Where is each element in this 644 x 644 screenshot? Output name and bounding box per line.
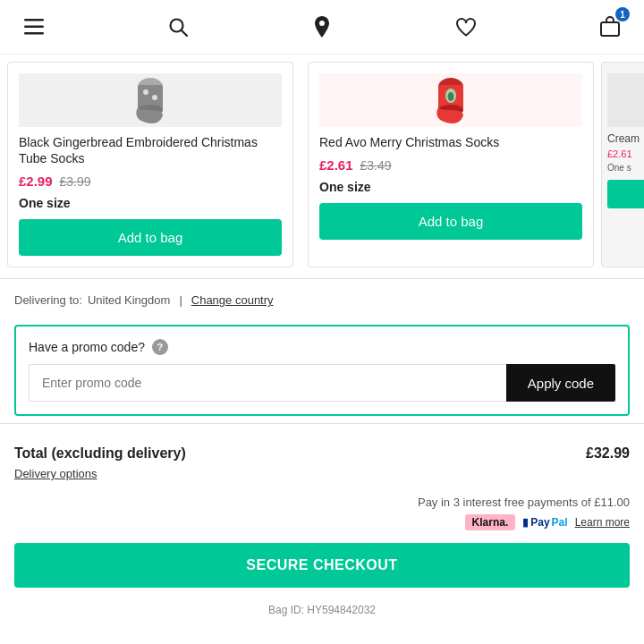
promo-input-row: Apply code (29, 364, 615, 402)
checkout-section: SECURE CHECKOUT (0, 534, 644, 595)
promo-label-row: Have a promo code? ? (29, 339, 615, 355)
help-icon[interactable]: ? (152, 339, 168, 355)
promo-label: Have a promo code? (29, 340, 145, 354)
price-current-3-partial: £2.61 (607, 148, 644, 159)
product-image-1 (19, 73, 282, 127)
delivery-info: Delivering to: United Kingdom | Change c… (0, 283, 644, 318)
header: 1 (0, 0, 644, 55)
divider-2 (0, 423, 644, 424)
payment-info-text: Pay in 3 interest free payments of £11.0… (14, 496, 630, 509)
product-image-2 (319, 73, 582, 127)
location-button[interactable] (306, 11, 338, 43)
svg-rect-2 (24, 32, 44, 35)
paypal-icon: ▮ (522, 516, 529, 529)
bag-id-row: Bag ID: HY594842032 (0, 595, 644, 625)
product-name-1: Black Gingerbread Embroidered Christmas … (19, 134, 282, 166)
total-row: Total (excluding delivery) £32.99 (14, 445, 630, 462)
svg-point-9 (143, 89, 148, 95)
price-row-1: £2.99 £3.99 (19, 174, 282, 189)
svg-point-10 (152, 95, 157, 100)
delivery-options-button[interactable]: Delivery options (14, 467, 97, 480)
apply-code-button[interactable]: Apply code (506, 364, 615, 402)
total-label: Total (excluding delivery) (14, 445, 186, 462)
delivery-separator: | (179, 293, 182, 307)
promo-code-input[interactable] (29, 364, 506, 402)
promo-section: Have a promo code? ? Apply code (14, 325, 630, 416)
wishlist-button[interactable] (450, 11, 482, 43)
divider-1 (0, 278, 644, 279)
delivery-country: United Kingdom (88, 293, 171, 307)
product-card: Black Gingerbread Embroidered Christmas … (7, 62, 293, 267)
change-country-button[interactable]: Change country (191, 293, 274, 307)
search-button[interactable] (162, 11, 194, 43)
delivery-label: Delivering to: (14, 293, 82, 307)
price-original-1: £3.99 (60, 174, 91, 189)
payment-logos: Klarna. ▮ PayPal Learn more (14, 514, 630, 530)
menu-button[interactable] (18, 11, 50, 43)
total-value: £32.99 (586, 445, 630, 462)
svg-point-15 (448, 92, 454, 101)
svg-line-4 (182, 30, 187, 36)
learn-more-button[interactable]: Learn more (575, 516, 630, 529)
size-label-3-partial: One s (607, 163, 644, 173)
svg-rect-0 (24, 19, 44, 21)
payment-info-row: Pay in 3 interest free payments of £11.0… (0, 488, 644, 534)
totals-section: Total (excluding delivery) £32.99 Delive… (0, 431, 644, 488)
paypal-label: Pay (530, 516, 549, 529)
price-current-1: £2.99 (19, 174, 53, 189)
product-card-2: Red Avo Merry Christmas Socks £2.61 £3.4… (308, 62, 594, 267)
product-card-3-partial: Cream £2.61 One s (601, 62, 644, 267)
svg-rect-5 (601, 22, 619, 36)
svg-rect-1 (24, 26, 44, 29)
cart-button[interactable]: 1 (594, 11, 626, 43)
price-original-2: £3.49 (360, 158, 392, 173)
klarna-badge: Klarna. (465, 514, 516, 530)
price-current-2: £2.61 (319, 157, 353, 173)
product-name-3-partial: Cream (607, 132, 644, 145)
size-label-2: One size (319, 180, 582, 194)
product-carousel: Black Gingerbread Embroidered Christmas … (0, 55, 644, 275)
bag-id: Bag ID: HY594842032 (268, 604, 376, 616)
cart-badge: 1 (615, 7, 630, 21)
product-name-2: Red Avo Merry Christmas Socks (319, 134, 582, 150)
add-to-bag-button-1[interactable]: Add to bag (19, 219, 282, 256)
size-label-1: One size (19, 196, 282, 210)
secure-checkout-button[interactable]: SECURE CHECKOUT (14, 543, 630, 588)
add-to-bag-button-2[interactable]: Add to bag (319, 203, 582, 240)
paypal-badge: ▮ PayPal (522, 516, 567, 529)
price-row-2: £2.61 £3.49 (319, 157, 582, 173)
paypal-label-2: Pal (552, 516, 568, 529)
